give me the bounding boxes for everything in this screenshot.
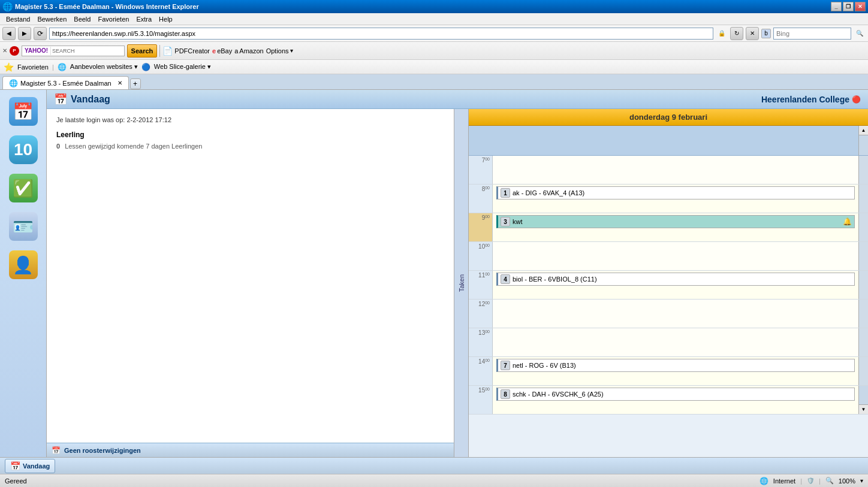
restore-button[interactable]: ❐ xyxy=(843,2,854,11)
scroll-top: ▲ xyxy=(858,126,868,155)
refresh-button[interactable]: ⟳ xyxy=(34,27,47,40)
event-bar-7[interactable]: 7 netl - ROG - 6V (B13) xyxy=(496,359,855,372)
scroll-side-9 xyxy=(858,213,868,241)
aanbevolen-icon: 🌐 xyxy=(58,63,67,71)
menu-bewerken[interactable]: Bewerken xyxy=(34,14,70,24)
event-bar-1[interactable]: 1 ak - DIG - 6VAK_4 (A13) xyxy=(496,186,855,199)
search-icon[interactable]: 🔍 xyxy=(854,28,866,40)
vandaag-icon: 📅 xyxy=(54,93,67,106)
tabs-bar: 🌐 Magister 5.3 - Esmée Daalman ✕ + xyxy=(0,74,868,90)
event-num-7: 7 xyxy=(501,361,510,370)
yahoo-search-box: YAHOO! SEARCH xyxy=(22,46,125,56)
event-bar-4[interactable]: 4 biol - BER - 6VBIOL_8 (C11) xyxy=(496,273,855,286)
sidebar-icon-calendar[interactable]: 📅 xyxy=(7,95,40,128)
event-bar-3[interactable]: 3 kwt 🔔 xyxy=(496,215,855,228)
sidebar-icon-tasks[interactable]: ✅ xyxy=(7,171,40,205)
time-label-13: 1300 xyxy=(469,328,493,356)
scroll-side-10 xyxy=(858,242,868,270)
body-split: Je laatste login was op: 2-2-2012 17:12 … xyxy=(47,109,868,457)
scroll-side-8 xyxy=(858,184,868,213)
window-title: Magister 5.3 - Esmée Daalman - Windows I… xyxy=(15,3,199,10)
tab-close-icon[interactable]: ✕ xyxy=(117,80,122,86)
calendar-emoji: 📅 xyxy=(13,102,34,122)
slot-content-14: 7 netl - ROG - 6V (B13) xyxy=(493,357,858,385)
forward-button[interactable]: ▶ xyxy=(18,27,31,40)
calendar-panel: donderdag 9 februari ▲ 700 xyxy=(469,109,868,457)
time-label-10: 1000 xyxy=(469,242,493,270)
address-bar: ◀ ▶ ⟳ 🔒 ↻ ✕ b 🔍 xyxy=(0,25,868,42)
scroll-track-bottom xyxy=(859,386,868,404)
sidebar-icon-profile[interactable]: 🪪 xyxy=(7,210,40,243)
event-text-4: biol - BER - 6VBIOL_8 (C11) xyxy=(513,276,597,283)
favorites-button[interactable]: Favorieten xyxy=(17,63,49,71)
calendar-header: donderdag 9 februari xyxy=(469,109,868,126)
time-label-9: 900 xyxy=(469,213,493,241)
sep-fav-1: | xyxy=(52,63,54,71)
event-bar-8[interactable]: 8 schk - DAH - 6VSCHK_6 (A25) xyxy=(496,388,855,401)
status-text: Gereed xyxy=(5,477,27,485)
slot-content-8: 1 ak - DIG - 6VAK_4 (A13) xyxy=(493,184,858,213)
taken-strip: Taken xyxy=(454,109,469,457)
search-button[interactable]: Search xyxy=(127,44,158,58)
amazon-button[interactable]: a Amazon xyxy=(234,47,263,55)
stop-button[interactable]: ✕ xyxy=(746,27,759,40)
ebay-button[interactable]: e eBay xyxy=(212,47,232,55)
tab-title: Magister 5.3 - Esmée Daalman xyxy=(20,80,111,87)
profile-icon: 🪪 xyxy=(9,212,38,241)
amazon-icon: a xyxy=(234,47,238,55)
new-tab-button[interactable]: + xyxy=(130,78,141,89)
time-label-7: 700 xyxy=(469,156,493,184)
scroll-up-btn[interactable]: ▲ xyxy=(859,126,868,135)
time-slot-12: 1200 xyxy=(469,300,868,328)
minimize-button[interactable]: _ xyxy=(831,2,842,11)
zone-label: Internet xyxy=(773,477,795,485)
options-button[interactable]: Options ▾ xyxy=(266,47,293,55)
calendar-body[interactable]: 700 800 1 ak - DIG - 6VAK_4 (A13) xyxy=(469,156,868,457)
pdfcreator-label: PDFCreator xyxy=(174,47,210,55)
grades-label: 10 xyxy=(14,140,32,159)
favorites-bar: ⭐ Favorieten | 🌐 Aanbevolen websites ▾ 🔵… xyxy=(0,60,868,74)
title-bar: 🌐 Magister 5.3 - Esmée Daalman - Windows… xyxy=(0,0,868,13)
vandaag-button[interactable]: 📅 Vandaag xyxy=(5,459,55,473)
active-tab[interactable]: 🌐 Magister 5.3 - Esmée Daalman ✕ xyxy=(2,76,129,89)
menu-help[interactable]: Help xyxy=(155,14,176,24)
yahoo-search-input[interactable] xyxy=(76,46,124,56)
time-slot-10: 1000 xyxy=(469,242,868,271)
menu-extra[interactable]: Extra xyxy=(132,14,155,24)
zoom-arrow: ▾ xyxy=(860,477,863,484)
menu-favorieten[interactable]: Favorieten xyxy=(94,14,132,24)
bing-search-input[interactable] xyxy=(773,28,851,40)
header-left: 📅 Vandaag xyxy=(54,93,110,106)
zoom-value: 100% xyxy=(839,477,855,485)
event-num-1: 1 xyxy=(501,188,510,198)
menu-beeld[interactable]: Beeld xyxy=(70,14,94,24)
time-label-8: 800 xyxy=(469,184,493,213)
status-right: 🌐 Internet | 🛡️ | 🔍 100% ▾ xyxy=(760,477,863,485)
scroll-side-11 xyxy=(858,271,868,299)
menu-bestand[interactable]: Bestand xyxy=(2,14,34,24)
x-button[interactable]: ✕ xyxy=(2,47,7,54)
vandaag-btn-icon: 📅 xyxy=(10,461,20,471)
back-button[interactable]: ◀ xyxy=(2,27,16,40)
tab-icon: 🌐 xyxy=(9,79,18,87)
sidebar-icon-admin[interactable]: 👤 xyxy=(7,248,40,282)
school-name: Heerenlanden College xyxy=(761,95,849,104)
time-slot-8: 800 1 ak - DIG - 6VAK_4 (A13) xyxy=(469,184,868,213)
webslice-button[interactable]: Web Slice-galerie ▾ xyxy=(154,63,211,71)
amazon-label: Amazon xyxy=(239,47,263,55)
close-button[interactable]: ✕ xyxy=(855,2,866,11)
scroll-track-top xyxy=(859,135,868,155)
options-label: Options xyxy=(266,47,289,55)
aanbevolen-button[interactable]: Aanbevolen websites ▾ xyxy=(70,63,138,71)
options-arrow: ▾ xyxy=(290,47,293,54)
time-label-14: 1400 xyxy=(469,357,493,385)
scroll-down-btn[interactable]: ▼ xyxy=(859,404,868,414)
pdfcreator-button[interactable]: 📄 PDFCreator xyxy=(162,46,210,56)
tasks-emoji: ✅ xyxy=(13,179,34,198)
address-input[interactable] xyxy=(49,28,713,40)
status-sep2: | xyxy=(819,477,821,485)
time-slot-14: 1400 7 netl - ROG - 6V (B13) xyxy=(469,357,868,386)
admin-icon: 👤 xyxy=(9,250,38,279)
refresh-page-button[interactable]: ↻ xyxy=(730,27,743,40)
sidebar-icon-grades[interactable]: 10 xyxy=(7,133,40,167)
